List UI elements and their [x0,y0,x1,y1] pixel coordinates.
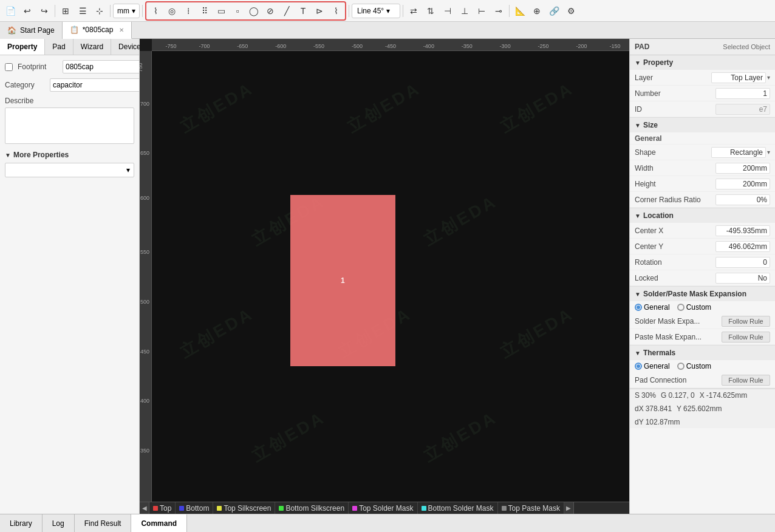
flip-h-button[interactable]: ⇄ [406,3,422,19]
grid-tool-button[interactable]: ⁞ [180,3,196,19]
property-arrow-icon: ▼ [635,60,641,66]
number-row: Number 1 [630,86,775,101]
layer-top-silk[interactable]: Top Silkscreen [213,502,275,514]
height-value[interactable]: 200mm [715,179,770,189]
more-properties-header[interactable]: ▼ More Properties [5,151,134,159]
width-value[interactable]: 200mm [715,163,770,174]
layer-value[interactable]: Top Layer [711,72,766,83]
measure-button[interactable]: ⌇ [328,3,344,19]
new-file-button[interactable]: 📄 [2,3,18,19]
thermals-general-radio[interactable]: General [635,362,670,370]
thermals-custom-radio-outer [677,363,685,370]
pad-connection-follow-rule-button[interactable]: Follow Rule [722,375,770,386]
line-angle-dropdown[interactable]: Line 45° ▾ [352,4,400,18]
unit-dropdown[interactable]: mm ▾ [113,4,140,18]
center-x-value[interactable]: -495.935mm [715,225,770,236]
footprint-checkbox[interactable] [5,63,13,71]
rect-tool-button[interactable]: ▭ [213,3,229,19]
category-input[interactable] [50,78,139,92]
probe-button[interactable]: ⊳ [312,3,327,19]
design-rule-button[interactable]: 📐 [512,3,528,19]
wire-tool-button[interactable]: ⌇ [148,3,163,19]
watermark-3: 立创EDA [495,77,578,138]
bottom-tab-log[interactable]: Log [43,514,75,532]
footprint-input[interactable] [63,60,139,73]
shape-label: Shape [635,148,711,157]
status-dy-value: 102.87mm [646,418,680,426]
solder-general-radio[interactable]: General [635,303,670,312]
circle-tool-button[interactable]: ◎ [164,3,180,19]
properties-dropdown[interactable]: ▾ [5,163,134,177]
align-center-button[interactable]: ⊥ [457,3,473,19]
pad-rectangle[interactable]: 1 [290,195,395,366]
tab-schematic[interactable]: 📋 *0805cap ✕ [63,22,132,39]
locked-value[interactable]: No [715,273,770,284]
canvas-content[interactable]: 立创EDA 立创EDA 立创EDA 立创EDA 立创EDA 立创EDA 立创ED… [152,51,629,502]
corner-radius-value[interactable]: 0% [715,194,770,205]
canvas-area[interactable]: -750 -700 -650 -600 -550 -500 -450 -400 … [140,39,629,514]
size-section-header[interactable]: ▼ Size [630,118,775,132]
settings-button[interactable]: ⚙ [563,3,579,19]
left-tab-wizard[interactable]: Wizard [73,39,111,55]
layer-scroll-right[interactable]: ▶ [564,502,574,514]
rotation-value[interactable]: 0 [715,257,770,268]
describe-input[interactable] [5,107,134,144]
multi-grid-button[interactable]: ⠿ [197,3,213,19]
bottom-tab-command[interactable]: Command [131,514,187,532]
number-value[interactable]: 1 [715,88,770,99]
align-left-button[interactable]: ⊣ [440,3,456,19]
solder-custom-radio[interactable]: Custom [677,303,711,312]
align-right-button[interactable]: ⊢ [474,3,490,19]
layer-bottom-silk[interactable]: Bottom Silkscreen [275,502,349,514]
link-tool-button[interactable]: 🔗 [546,3,562,19]
ellipse-tool-button[interactable]: ◯ [246,3,262,19]
split-view-button[interactable]: ⊞ [58,3,73,19]
layer-dropdown-icon[interactable]: ▾ [767,74,770,81]
text-tool-button[interactable]: T [295,3,311,19]
id-value: e7 [715,104,770,115]
undo-button[interactable]: ↩ [19,3,35,19]
left-tab-property[interactable]: Property [0,39,45,55]
paste-mask-follow-rule-button[interactable]: Follow Rule [722,332,770,343]
status-g-value: 0.127, 0 [668,391,694,400]
no-entry-button[interactable]: ⊘ [262,3,278,19]
select-button[interactable]: ⊹ [92,3,108,19]
solder-paste-header[interactable]: ▼ Solder/Paste Mask Expansion [630,287,775,301]
layer-bottom-label: Bottom [186,504,209,513]
left-tab-pad[interactable]: Pad [45,39,73,55]
rect-pad-button[interactable]: ▫ [230,3,245,19]
flip-v-button[interactable]: ⇅ [423,3,439,19]
solder-mask-follow-rule-button[interactable]: Follow Rule [722,316,770,327]
layer-bottom[interactable]: Bottom [176,502,213,514]
bottom-tab-library[interactable]: Library [0,514,43,532]
shape-value[interactable]: Rectangle [711,147,766,158]
thermals-header[interactable]: ▼ Thermals [630,346,775,360]
list-view-button[interactable]: ☰ [75,3,90,19]
ruler-mark-400: -400 [423,43,434,49]
location-section-header[interactable]: ▼ Location [630,208,775,223]
thermals-section: ▼ Thermals General Custom Pad Connection… [630,346,775,389]
layer-top-solder[interactable]: Top Solder Mask [349,502,417,514]
distribute-button[interactable]: ⊸ [491,3,507,19]
shape-dropdown-icon[interactable]: ▾ [767,149,770,155]
layer-bottom-solder[interactable]: Bottom Solder Mask [418,502,498,514]
tab-start-page[interactable]: 🏠 Start Page [0,22,63,39]
right-header: PAD Selected Object [630,39,775,55]
layer-top-paste[interactable]: Top Paste Mask [498,502,564,514]
layer-scroll-left[interactable]: ◀ [140,502,149,514]
thermals-custom-radio[interactable]: Custom [677,362,711,370]
property-section-header[interactable]: ▼ Property [630,55,775,70]
corner-radius-label: Corner Radius Ratio [635,196,715,204]
right-panel: PAD Selected Object ▼ Property Layer Top… [629,39,775,514]
layer-top[interactable]: Top [149,502,176,514]
line-segment-button[interactable]: ╱ [279,3,295,19]
close-tab-icon[interactable]: ✕ [119,27,124,33]
layer-top-dot [153,506,158,511]
bottom-tab-find-result[interactable]: Find Result [75,514,132,532]
category-row: Category … [5,78,134,92]
redo-button[interactable]: ↪ [36,3,52,19]
draw-tools-group: ⌇ ◎ ⁞ ⠿ ▭ ▫ ◯ ⊘ ╱ T ⊳ ⌇ [145,1,346,21]
footprint-label: Footprint [18,63,60,71]
center-y-value[interactable]: 496.062mm [715,241,770,252]
pin-tool-button[interactable]: ⊕ [529,3,545,19]
